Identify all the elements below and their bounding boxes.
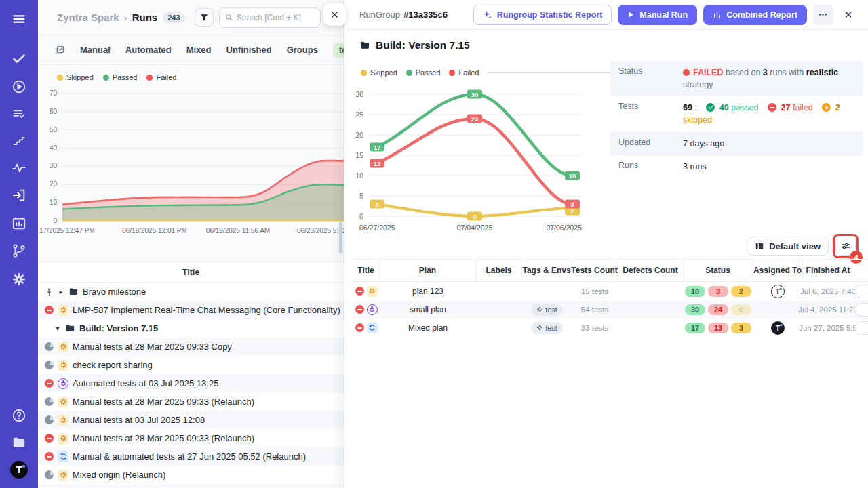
scrollbar-thumb[interactable] xyxy=(339,222,342,253)
run-row[interactable]: Automated tests at 03 Jul 2025 13:25 xyxy=(38,374,344,392)
manual-run-icon xyxy=(367,286,378,297)
run-row[interactable]: Manual tests at 28 Mar 2025 09:33 (Relau… xyxy=(38,392,344,411)
row-actions-cut[interactable] xyxy=(854,285,868,298)
failed-badge: 3 xyxy=(708,286,728,297)
plan-name[interactable]: Mixed plan xyxy=(380,319,476,337)
settings-gear-icon[interactable] xyxy=(10,270,28,288)
select-all-icon[interactable] xyxy=(54,45,65,56)
table-row-mixed-plan[interactable]: Mixed plan test 33 tests 17 13 3 T Jun 2… xyxy=(353,319,868,337)
col-plan[interactable]: Plan xyxy=(380,260,476,281)
tab-mixed[interactable]: Mixed xyxy=(186,45,212,55)
tab-unfinished[interactable]: Unfinished xyxy=(226,45,272,55)
breadcrumb-project[interactable]: Zyntra Spark xyxy=(57,12,119,23)
finished-status-icon xyxy=(45,470,54,479)
passed-badge: 10 xyxy=(685,286,705,297)
passed-check-icon xyxy=(706,103,715,112)
gear-icon xyxy=(536,306,542,312)
run-row-partial[interactable] xyxy=(38,484,344,488)
drawer-close-button[interactable]: ✕ xyxy=(840,6,857,24)
tab-automated[interactable]: Automated xyxy=(125,45,172,55)
svg-text:3: 3 xyxy=(570,201,574,208)
tab-groups[interactable]: Groups xyxy=(287,45,318,55)
default-view-button[interactable]: Default view xyxy=(747,237,829,256)
row-actions-cut[interactable] xyxy=(854,303,868,317)
status-value: FAILED based on 3 runs with realistic st… xyxy=(683,66,854,91)
run-row[interactable]: Manual tests at 03 Jul 2025 12:08 xyxy=(38,411,344,429)
col-tests-count[interactable]: Tests Count xyxy=(572,260,618,281)
filter-button[interactable] xyxy=(195,8,214,27)
manual-run-button[interactable]: Manual Run xyxy=(618,5,697,25)
svg-text:0: 0 xyxy=(359,212,363,220)
list-check-icon[interactable] xyxy=(10,105,28,123)
svg-text:0: 0 xyxy=(53,217,57,224)
tag-pill-test-work[interactable]: test work xyxy=(333,43,344,58)
caret-right-icon[interactable]: ▸ xyxy=(58,288,64,296)
plan-name[interactable]: small plan xyxy=(380,300,476,319)
bar-chart-icon[interactable] xyxy=(10,215,28,232)
rungroup-statistic-report-button[interactable]: Rungroup Statistic Report xyxy=(473,5,612,25)
tab-manual[interactable]: Manual xyxy=(80,45,111,55)
run-title: Bravo milestone xyxy=(83,287,146,297)
col-assigned-to[interactable]: Assigned To xyxy=(753,260,803,281)
info-row-updated: Updated 7 days ago xyxy=(610,132,863,155)
user-avatar[interactable]: T xyxy=(10,461,28,479)
combined-report-button[interactable]: Combined Report xyxy=(703,5,807,25)
row-actions-cut[interactable] xyxy=(854,321,868,335)
manual-run-icon xyxy=(58,470,68,481)
tags-cell: test xyxy=(522,319,572,337)
search-input[interactable] xyxy=(237,13,315,22)
drawer-close-side-button[interactable] xyxy=(323,3,346,26)
failed-status-icon xyxy=(45,379,54,388)
app-root: T Zyntra Spark › Runs 243 Manual xyxy=(0,0,868,488)
tag-test[interactable]: test xyxy=(531,322,563,334)
steps-icon[interactable] xyxy=(10,132,28,150)
tag-test[interactable]: test xyxy=(531,304,563,316)
assignee-avatar[interactable]: T xyxy=(771,321,785,335)
caret-down-icon[interactable]: ▾ xyxy=(54,325,61,332)
sparkles-icon xyxy=(483,10,492,20)
passed-dot xyxy=(103,75,109,81)
run-row[interactable]: Manual tests at 28 Mar 2025 09:33 (Relau… xyxy=(38,429,344,447)
col-finished-at[interactable]: Finished At xyxy=(803,260,853,281)
run-row-group-selected[interactable]: ▾ Build: Version 7.15 xyxy=(38,319,344,338)
assignee-avatar[interactable]: T xyxy=(771,285,785,298)
runs-list-header: Title xyxy=(38,262,344,283)
run-row[interactable]: Manual tests at 28 Mar 2025 09:33 Copy xyxy=(38,338,344,356)
run-row[interactable]: LMP-587 Implement Real-Time Chat Messagi… xyxy=(38,301,344,319)
skipped-badge: 2 xyxy=(731,286,751,297)
col-title[interactable]: Title xyxy=(353,260,380,281)
runs-panel: Zyntra Spark › Runs 243 Manual Automated… xyxy=(38,0,344,488)
svg-text:50: 50 xyxy=(50,126,58,134)
gear-icon xyxy=(536,325,542,331)
run-row[interactable]: Mixed origin (Relaunch) xyxy=(38,466,344,484)
check-icon[interactable] xyxy=(10,49,28,67)
tests-count: 54 tests xyxy=(572,300,618,319)
activity-icon[interactable] xyxy=(10,159,28,177)
run-row[interactable]: Manual & automated tests at 27 Jun 2025 … xyxy=(38,447,344,466)
search-box[interactable] xyxy=(219,7,321,28)
runs-list: Title ▸ Bravo milestone LMP-587 Implemen… xyxy=(38,262,344,488)
col-tags-envs[interactable]: Tags & Envs xyxy=(522,260,572,281)
pin-icon xyxy=(45,287,54,296)
help-icon[interactable] xyxy=(10,407,28,424)
failed-status-icon xyxy=(355,287,364,296)
table-row-small-plan[interactable]: small plan test 54 tests 30 24 0 Jul 4, … xyxy=(353,300,868,319)
run-row[interactable]: check report sharing xyxy=(38,356,344,374)
play-circle-icon[interactable] xyxy=(10,78,28,96)
col-status[interactable]: Status xyxy=(684,260,753,281)
table-row-plan-123[interactable]: plan 123 15 tests 10 3 2 T Jul 6, 2025 7… xyxy=(353,282,868,300)
table-settings-button[interactable]: 4 xyxy=(835,237,856,256)
folder-icon[interactable] xyxy=(10,434,28,451)
manual-run-icon xyxy=(58,415,68,426)
runs-label: Runs xyxy=(618,161,683,173)
failed-status-icon xyxy=(45,452,54,461)
col-labels[interactable]: Labels xyxy=(476,260,522,281)
sign-in-icon[interactable] xyxy=(10,186,28,204)
col-defects-count[interactable]: Defects Count xyxy=(618,260,684,281)
svg-text:06/18/2025 12:01 PM: 06/18/2025 12:01 PM xyxy=(122,227,187,235)
branch-icon[interactable] xyxy=(10,242,28,260)
menu-icon[interactable] xyxy=(10,10,28,28)
more-actions-button[interactable]: ⋯ xyxy=(813,5,833,25)
plan-name[interactable]: plan 123 xyxy=(380,282,476,300)
run-row-milestone[interactable]: ▸ Bravo milestone xyxy=(38,283,344,301)
